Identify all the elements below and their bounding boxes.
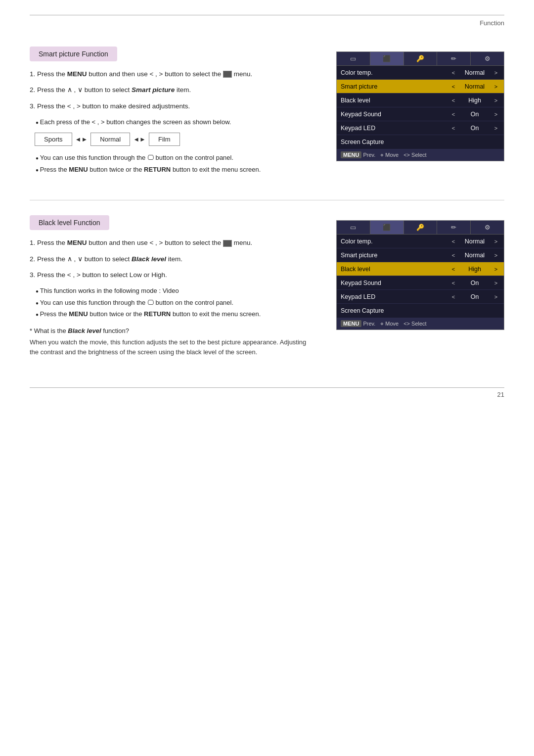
osd-row-screencapture-smart: Screen Capture bbox=[337, 135, 504, 149]
tab-icon-1: ⬛ bbox=[383, 55, 391, 62]
smart-bullet1: Each press of the < , > button changes t… bbox=[36, 117, 316, 127]
move-text-black: Move bbox=[385, 321, 399, 327]
tab-icon-3: ✏ bbox=[451, 55, 456, 62]
smart-picture-left: Smart picture Function 1. Press the MENU… bbox=[30, 47, 316, 180]
osd-tabs-black: ▭ ⬛ 🔑 ✏ ⚙ bbox=[337, 221, 504, 235]
what-is-body: When you watch the movie, this function … bbox=[30, 337, 316, 358]
osd-row-smartpic-black: Smart picture < Normal > bbox=[337, 248, 504, 262]
move-icon-smart: ⋄ bbox=[380, 152, 384, 158]
modes-box: Sports ◄► Normal ◄► Film bbox=[35, 133, 316, 146]
mode-arrow1: ◄► bbox=[72, 136, 91, 143]
osd-panel-black: ▭ ⬛ 🔑 ✏ ⚙ Color temp. bbox=[336, 220, 504, 330]
bottom-rule bbox=[30, 387, 504, 388]
section-divider bbox=[30, 200, 504, 200]
smart-picture-osd: ▭ ⬛ 🔑 ✏ ⚙ Color temp. bbox=[336, 47, 504, 180]
smart-picture-section: Smart picture Function 1. Press the MENU… bbox=[30, 47, 504, 180]
menu-icon bbox=[223, 71, 232, 78]
osd-tab-b2[interactable]: 🔑 bbox=[404, 221, 438, 234]
black-level-title: Black level Function bbox=[30, 215, 109, 230]
tab-icon-b1: ⬛ bbox=[383, 224, 391, 231]
menu-btn-smart: MENU bbox=[341, 151, 361, 158]
menu-icon-black bbox=[223, 240, 232, 247]
osd-footer-black: MENU Prev. ⋄ Move <> Select bbox=[337, 318, 504, 330]
smart-bullets2: You can use this function through the 🖵 … bbox=[36, 153, 316, 174]
black-bullets: This function works in the following mod… bbox=[36, 286, 316, 319]
smart-step1: 1. Press the MENU button and then use < … bbox=[30, 69, 316, 79]
prev-label-smart: Prev. bbox=[363, 152, 375, 158]
osd-footer-smart: MENU Prev. ⋄ Move <> Select bbox=[337, 149, 504, 161]
osd-row-colortemp-black: Color temp. < Normal > bbox=[337, 235, 504, 248]
mode-sports: Sports bbox=[35, 133, 72, 146]
osd-prev-smart: MENU Prev. bbox=[341, 151, 375, 158]
osd-move-smart: ⋄ Move bbox=[380, 152, 399, 158]
osd-row-keypadsound-black: Keypad Sound < On > bbox=[337, 276, 504, 290]
osd-tab-b3[interactable]: ✏ bbox=[437, 221, 471, 234]
select-text-black: <> Select bbox=[403, 321, 426, 327]
osd-tab-0[interactable]: ▭ bbox=[337, 52, 370, 65]
osd-select-black: <> Select bbox=[403, 321, 426, 327]
top-rule bbox=[30, 15, 504, 15]
osd-tabs-smart: ▭ ⬛ 🔑 ✏ ⚙ bbox=[337, 52, 504, 66]
osd-panel-smart: ▭ ⬛ 🔑 ✏ ⚙ Color temp. bbox=[336, 51, 504, 161]
osd-tab-4[interactable]: ⚙ bbox=[471, 52, 504, 65]
smart-bullet2: You can use this function through the 🖵 … bbox=[36, 153, 316, 163]
smart-bullet3: Press the MENU button twice or the RETUR… bbox=[36, 165, 316, 175]
tab-icon-b4: ⚙ bbox=[485, 224, 490, 231]
black-level-section: Black level Function 1. Press the MENU b… bbox=[30, 215, 504, 358]
black-level-osd: ▭ ⬛ 🔑 ✏ ⚙ Color temp. bbox=[336, 215, 504, 358]
smart-bullets: Each press of the < , > button changes t… bbox=[36, 117, 316, 127]
osd-row-screencapture-black: Screen Capture bbox=[337, 304, 504, 318]
black-step1: 1. Press the MENU button and then use < … bbox=[30, 238, 316, 248]
black-bullet1: This function works in the following mod… bbox=[36, 286, 316, 296]
prev-label-black: Prev. bbox=[363, 321, 375, 327]
select-text-smart: <> Select bbox=[403, 152, 426, 158]
mode-arrow2: ◄► bbox=[130, 136, 149, 143]
move-text-smart: Move bbox=[385, 152, 399, 158]
black-step3: 3. Press the < , > button to select Low … bbox=[30, 270, 316, 280]
osd-tab-2[interactable]: 🔑 bbox=[404, 52, 438, 65]
osd-tab-b1[interactable]: ⬛ bbox=[370, 221, 404, 234]
tab-icon-b2: 🔑 bbox=[416, 224, 424, 231]
smart-step2: 2. Press the ∧ , ∨ button to select Smar… bbox=[30, 85, 316, 95]
osd-prev-black: MENU Prev. bbox=[341, 320, 375, 327]
osd-row-smartpic-smart: Smart picture < Normal > bbox=[337, 80, 504, 94]
tab-icon-2: 🔑 bbox=[416, 55, 424, 62]
tab-icon-4: ⚙ bbox=[485, 55, 490, 62]
page-wrapper: Function Smart picture Function 1. Press… bbox=[0, 0, 534, 428]
osd-row-colortemp-smart: Color temp. < Normal > bbox=[337, 66, 504, 80]
tab-icon-b0: ▭ bbox=[350, 224, 356, 231]
menu-btn-black: MENU bbox=[341, 320, 361, 327]
osd-move-black: ⋄ Move bbox=[380, 321, 399, 327]
osd-row-keypadsound-smart: Keypad Sound < On > bbox=[337, 107, 504, 121]
tab-icon-b3: ✏ bbox=[451, 224, 456, 231]
black-level-left: Black level Function 1. Press the MENU b… bbox=[30, 215, 316, 358]
osd-row-blacklevel-black: Black level < High > bbox=[337, 262, 504, 276]
osd-row-keypadled-smart: Keypad LED < On > bbox=[337, 121, 504, 135]
what-is-label: * What is the Black level function? bbox=[30, 327, 129, 334]
smart-step3: 3. Press the < , > button to make desire… bbox=[30, 101, 316, 111]
osd-tab-1[interactable]: ⬛ bbox=[370, 52, 404, 65]
what-is-black-level: * What is the Black level function? When… bbox=[30, 327, 316, 358]
black-bullet2: You can use this function through the 🖵 … bbox=[36, 298, 316, 308]
mode-normal: Normal bbox=[90, 133, 130, 146]
move-icon-black: ⋄ bbox=[380, 321, 384, 327]
black-step2: 2. Press the ∧ , ∨ button to select Blac… bbox=[30, 254, 316, 264]
smart-picture-title: Smart picture Function bbox=[30, 47, 117, 61]
mode-film: Film bbox=[149, 133, 180, 146]
black-bullet3: Press the MENU button twice or the RETUR… bbox=[36, 309, 316, 319]
osd-tab-b0[interactable]: ▭ bbox=[337, 221, 370, 234]
page-number: 21 bbox=[30, 391, 504, 398]
osd-row-blacklevel-smart: Black level < High > bbox=[337, 94, 504, 107]
osd-row-keypadled-black: Keypad LED < On > bbox=[337, 290, 504, 304]
osd-tab-b4[interactable]: ⚙ bbox=[471, 221, 504, 234]
page-header: Function bbox=[30, 19, 504, 27]
header-text: Function bbox=[480, 19, 504, 27]
osd-select-smart: <> Select bbox=[403, 152, 426, 158]
osd-tab-3[interactable]: ✏ bbox=[437, 52, 471, 65]
tab-icon-0: ▭ bbox=[350, 55, 356, 62]
